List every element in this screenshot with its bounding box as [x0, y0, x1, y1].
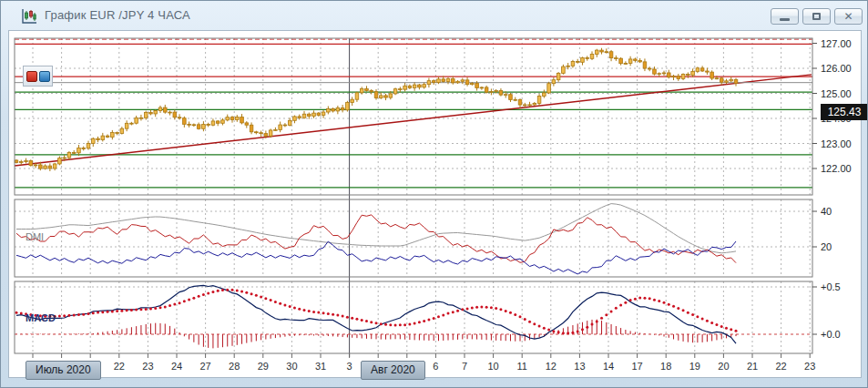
- chart-canvas[interactable]: [2, 2, 868, 388]
- current-price-badge: 125.43: [821, 104, 868, 120]
- chart-window: График EUR /JPY 4 ЧАСА ✕ 127.00126.00125…: [0, 0, 868, 388]
- month-badge-august: Авг 2020: [361, 361, 425, 380]
- chart-content-area: 127.00126.00125.00124.00123.00122.004020…: [8, 30, 862, 378]
- dmi-pane-label: DMI: [26, 231, 44, 242]
- buy-square-button[interactable]: [39, 71, 50, 82]
- sell-square-button[interactable]: [26, 71, 37, 82]
- quick-trade-toolbar: [23, 66, 53, 87]
- macd-pane-label: MACD: [26, 312, 56, 323]
- month-badge-july: Июль 2020: [26, 361, 101, 380]
